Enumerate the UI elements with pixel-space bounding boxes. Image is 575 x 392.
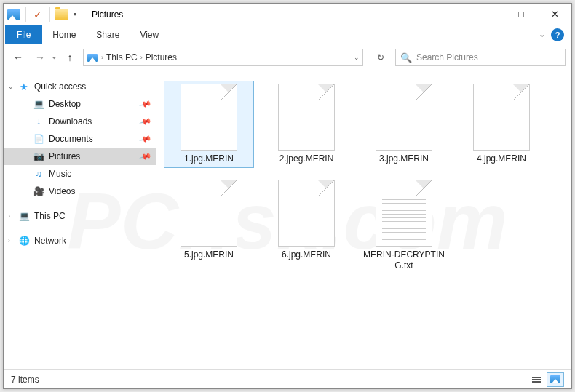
window-title: Pictures	[92, 9, 123, 20]
back-button[interactable]: ←	[9, 49, 27, 66]
file-menu[interactable]: File	[5, 25, 42, 44]
ribbon: File Home Share View ⌄ ?	[4, 25, 571, 44]
nav-label: Downloads	[49, 116, 92, 127]
qat: ✓ ▾ Pictures	[4, 7, 126, 22]
file-name: 1.jpg.MERIN	[184, 153, 234, 165]
history-dropdown-icon[interactable]: ⏷	[52, 55, 57, 60]
close-button[interactable]: ✕	[538, 4, 571, 25]
address-dropdown-icon[interactable]: ⌄	[354, 54, 360, 61]
maximize-button[interactable]: □	[504, 4, 538, 25]
chevron-right-icon[interactable]: ›	[140, 54, 143, 61]
sidebar-item-documents[interactable]: 📄 Documents 📌	[4, 130, 156, 148]
file-name: 2.jpeg.MERIN	[279, 153, 334, 165]
desktop-icon: 💻	[33, 98, 44, 110]
thumbnails-view-button[interactable]	[547, 372, 564, 387]
forward-button[interactable]: →	[31, 49, 49, 66]
star-icon: ★	[18, 81, 30, 92]
sidebar-item-music[interactable]: ♫ Music	[4, 165, 156, 183]
expand-icon[interactable]: ›	[8, 212, 10, 220]
new-folder-icon[interactable]	[55, 7, 69, 22]
address-bar[interactable]: › This PC › Pictures ⌄	[83, 49, 363, 66]
nav-label: Network	[34, 236, 66, 246]
ribbon-expand-icon[interactable]: ⌄	[539, 30, 545, 39]
nav-quick-access[interactable]: ⌄ ★ Quick access	[4, 78, 156, 95]
sidebar-item-desktop[interactable]: 💻 Desktop 📌	[4, 95, 156, 113]
nav-label: Pictures	[49, 151, 80, 161]
file-name: 4.jpg.MERIN	[477, 153, 526, 165]
file-icon	[181, 180, 237, 247]
pictures-icon: 📷	[33, 151, 44, 162]
nav-toolbar: ← → ⏷ ↑ › This PC › Pictures ⌄ ↻ 🔍 Searc…	[4, 44, 571, 71]
search-icon: 🔍	[400, 52, 412, 63]
file-item[interactable]: 3.jpg.MERIN	[359, 81, 449, 168]
music-icon: ♫	[33, 168, 44, 180]
file-name: 3.jpg.MERIN	[379, 153, 429, 165]
pc-icon: 💻	[18, 210, 30, 222]
pin-icon: 📌	[139, 132, 153, 145]
app-icon	[7, 7, 21, 22]
breadcrumb-folder[interactable]: Pictures	[146, 52, 177, 63]
file-list[interactable]: 1.jpg.MERIN2.jpeg.MERIN3.jpg.MERIN4.jpg.…	[156, 71, 571, 369]
location-icon	[87, 52, 98, 63]
sidebar-item-videos[interactable]: 🎥 Videos	[4, 183, 156, 200]
refresh-button[interactable]: ↻	[370, 49, 391, 66]
titlebar[interactable]: ✓ ▾ Pictures — □ ✕	[4, 4, 571, 25]
file-name: 5.jpg.MERIN	[184, 249, 234, 261]
file-item[interactable]: 5.jpg.MERIN	[164, 177, 254, 275]
qat-dropdown-icon[interactable]: ▾	[74, 11, 76, 17]
expand-icon[interactable]: ›	[8, 237, 10, 244]
tab-home[interactable]: Home	[42, 25, 86, 44]
sep	[84, 7, 84, 22]
properties-icon[interactable]: ✓	[31, 7, 45, 22]
download-icon: ↓	[33, 116, 44, 127]
search-placeholder: Search Pictures	[416, 52, 478, 63]
sidebar-item-pictures[interactable]: 📷 Pictures 📌	[4, 148, 156, 165]
up-button[interactable]: ↑	[61, 49, 79, 66]
tab-view[interactable]: View	[130, 25, 169, 44]
details-view-button[interactable]	[528, 372, 545, 387]
collapse-icon[interactable]: ⌄	[8, 83, 14, 90]
nav-label: Videos	[49, 186, 75, 196]
status-bar: 7 items	[4, 369, 571, 388]
chevron-right-icon[interactable]: ›	[101, 54, 103, 61]
file-icon	[278, 84, 335, 151]
minimize-button[interactable]: —	[471, 4, 504, 25]
nav-label: Music	[49, 169, 71, 179]
pin-icon: 📌	[139, 115, 153, 128]
file-item[interactable]: 4.jpg.MERIN	[456, 81, 547, 168]
nav-label: This PC	[34, 211, 66, 221]
file-item[interactable]: 6.jpg.MERIN	[261, 177, 352, 275]
file-name: 6.jpg.MERIN	[282, 249, 331, 261]
breadcrumb-root[interactable]: This PC	[106, 52, 138, 63]
qat-sep	[49, 7, 50, 22]
file-item[interactable]: MERIN-DECRYPTING.txt	[359, 177, 449, 275]
nav-pane[interactable]: ⌄ ★ Quick access 💻 Desktop 📌 ↓ Downloads…	[4, 71, 156, 369]
file-name: MERIN-DECRYPTING.txt	[362, 249, 446, 272]
sidebar-item-thispc[interactable]: › 💻 This PC	[4, 207, 156, 225]
explorer-window: ✓ ▾ Pictures — □ ✕ File Home Share View …	[3, 3, 572, 389]
search-input[interactable]: 🔍 Search Pictures	[395, 49, 566, 66]
pin-icon: 📌	[139, 150, 153, 163]
item-count: 7 items	[11, 375, 39, 385]
nav-label: Quick access	[34, 81, 86, 92]
sidebar-item-network[interactable]: › 🌐 Network	[4, 232, 156, 249]
pin-icon: 📌	[139, 97, 153, 111]
nav-label: Desktop	[49, 99, 81, 109]
file-icon	[181, 84, 237, 151]
tab-share[interactable]: Share	[86, 25, 130, 44]
file-icon	[376, 84, 432, 151]
nav-label: Documents	[49, 134, 93, 144]
file-item[interactable]: 1.jpg.MERIN	[164, 81, 254, 168]
file-icon	[376, 180, 432, 247]
body: PCrisk.com ⌄ ★ Quick access 💻 Desktop 📌 …	[4, 71, 571, 369]
video-icon: 🎥	[33, 185, 44, 197]
document-icon: 📄	[33, 133, 44, 145]
help-icon[interactable]: ?	[551, 28, 564, 41]
file-item[interactable]: 2.jpeg.MERIN	[261, 81, 352, 168]
file-icon	[278, 180, 335, 247]
window-controls: — □ ✕	[471, 4, 571, 25]
sidebar-item-downloads[interactable]: ↓ Downloads 📌	[4, 113, 156, 130]
network-icon: 🌐	[18, 235, 30, 247]
qat-sep	[25, 7, 26, 22]
file-icon	[473, 84, 530, 151]
